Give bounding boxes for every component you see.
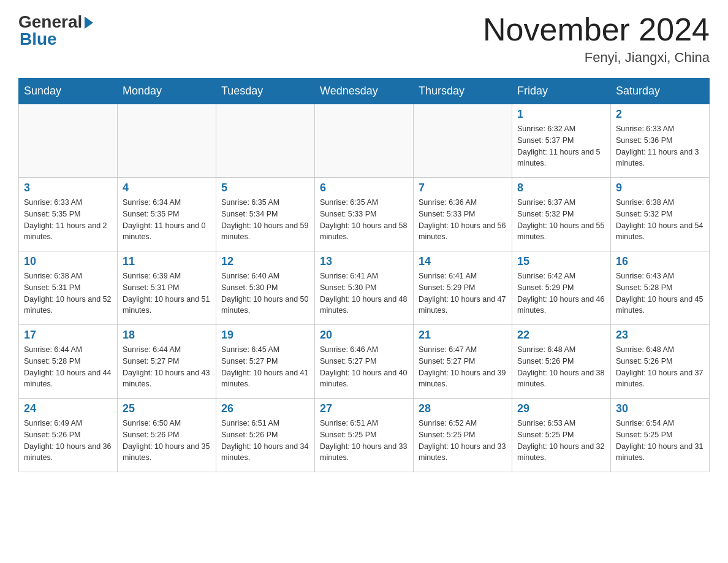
day-info: Sunrise: 6:43 AMSunset: 5:28 PMDaylight:… bbox=[616, 270, 704, 316]
logo-arrow-icon bbox=[85, 17, 93, 29]
calendar-cell: 10Sunrise: 6:38 AMSunset: 5:31 PMDayligh… bbox=[19, 251, 118, 325]
day-info: Sunrise: 6:48 AMSunset: 5:26 PMDaylight:… bbox=[616, 344, 704, 390]
day-info: Sunrise: 6:44 AMSunset: 5:28 PMDaylight:… bbox=[24, 344, 112, 390]
day-number: 18 bbox=[123, 329, 211, 342]
day-info: Sunrise: 6:32 AMSunset: 5:37 PMDaylight:… bbox=[517, 123, 605, 169]
day-info: Sunrise: 6:38 AMSunset: 5:32 PMDaylight:… bbox=[616, 197, 704, 243]
calendar-cell bbox=[216, 104, 315, 178]
day-info: Sunrise: 6:37 AMSunset: 5:32 PMDaylight:… bbox=[517, 197, 605, 243]
location: Fenyi, Jiangxi, China bbox=[483, 50, 710, 66]
day-info: Sunrise: 6:45 AMSunset: 5:27 PMDaylight:… bbox=[221, 344, 309, 390]
day-number: 27 bbox=[320, 402, 408, 415]
day-info: Sunrise: 6:38 AMSunset: 5:31 PMDaylight:… bbox=[24, 270, 112, 316]
calendar-cell: 12Sunrise: 6:40 AMSunset: 5:30 PMDayligh… bbox=[216, 251, 315, 325]
day-info: Sunrise: 6:36 AMSunset: 5:33 PMDaylight:… bbox=[419, 197, 507, 243]
day-info: Sunrise: 6:39 AMSunset: 5:31 PMDaylight:… bbox=[123, 270, 211, 316]
calendar-cell: 22Sunrise: 6:48 AMSunset: 5:26 PMDayligh… bbox=[512, 325, 611, 399]
day-info: Sunrise: 6:44 AMSunset: 5:27 PMDaylight:… bbox=[123, 344, 211, 390]
weekday-header-saturday: Saturday bbox=[611, 79, 710, 104]
week-row-1: 1Sunrise: 6:32 AMSunset: 5:37 PMDaylight… bbox=[19, 104, 710, 178]
day-number: 28 bbox=[419, 402, 507, 415]
calendar-cell: 8Sunrise: 6:37 AMSunset: 5:32 PMDaylight… bbox=[512, 178, 611, 251]
weekday-header-tuesday: Tuesday bbox=[216, 79, 315, 104]
logo-blue-text: Blue bbox=[20, 29, 57, 49]
day-info: Sunrise: 6:47 AMSunset: 5:27 PMDaylight:… bbox=[419, 344, 507, 390]
day-info: Sunrise: 6:52 AMSunset: 5:25 PMDaylight:… bbox=[419, 418, 507, 464]
weekday-header-wednesday: Wednesday bbox=[315, 79, 414, 104]
day-number: 25 bbox=[123, 402, 211, 415]
calendar-cell: 1Sunrise: 6:32 AMSunset: 5:37 PMDaylight… bbox=[512, 104, 611, 178]
day-info: Sunrise: 6:46 AMSunset: 5:27 PMDaylight:… bbox=[320, 344, 408, 390]
calendar-cell bbox=[19, 104, 118, 178]
header: General Blue November 2024 Fenyi, Jiangx… bbox=[18, 12, 710, 66]
calendar-cell: 21Sunrise: 6:47 AMSunset: 5:27 PMDayligh… bbox=[414, 325, 512, 399]
day-number: 26 bbox=[221, 402, 309, 415]
day-number: 7 bbox=[419, 182, 507, 194]
calendar-cell: 26Sunrise: 6:51 AMSunset: 5:26 PMDayligh… bbox=[216, 399, 315, 472]
calendar-cell: 7Sunrise: 6:36 AMSunset: 5:33 PMDaylight… bbox=[414, 178, 512, 251]
day-info: Sunrise: 6:33 AMSunset: 5:35 PMDaylight:… bbox=[24, 197, 112, 243]
calendar-cell: 9Sunrise: 6:38 AMSunset: 5:32 PMDaylight… bbox=[611, 178, 710, 251]
logo: General Blue bbox=[18, 12, 93, 49]
calendar-cell: 17Sunrise: 6:44 AMSunset: 5:28 PMDayligh… bbox=[19, 325, 118, 399]
calendar-cell: 5Sunrise: 6:35 AMSunset: 5:34 PMDaylight… bbox=[216, 178, 315, 251]
day-number: 1 bbox=[517, 108, 605, 121]
day-info: Sunrise: 6:34 AMSunset: 5:35 PMDaylight:… bbox=[123, 197, 211, 243]
day-number: 3 bbox=[24, 182, 112, 194]
month-title: November 2024 bbox=[483, 12, 710, 47]
calendar-cell: 20Sunrise: 6:46 AMSunset: 5:27 PMDayligh… bbox=[315, 325, 414, 399]
weekday-header-row: SundayMondayTuesdayWednesdayThursdayFrid… bbox=[19, 79, 710, 104]
day-number: 19 bbox=[221, 329, 309, 342]
day-number: 23 bbox=[616, 329, 704, 342]
day-info: Sunrise: 6:42 AMSunset: 5:29 PMDaylight:… bbox=[517, 270, 605, 316]
calendar-cell: 25Sunrise: 6:50 AMSunset: 5:26 PMDayligh… bbox=[118, 399, 216, 472]
day-info: Sunrise: 6:53 AMSunset: 5:25 PMDaylight:… bbox=[517, 418, 605, 464]
day-info: Sunrise: 6:51 AMSunset: 5:26 PMDaylight:… bbox=[221, 418, 309, 464]
day-info: Sunrise: 6:33 AMSunset: 5:36 PMDaylight:… bbox=[616, 123, 704, 169]
day-info: Sunrise: 6:51 AMSunset: 5:25 PMDaylight:… bbox=[320, 418, 408, 464]
title-area: November 2024 Fenyi, Jiangxi, China bbox=[483, 12, 710, 66]
calendar-cell bbox=[414, 104, 512, 178]
day-info: Sunrise: 6:40 AMSunset: 5:30 PMDaylight:… bbox=[221, 270, 309, 316]
weekday-header-thursday: Thursday bbox=[414, 79, 512, 104]
day-number: 11 bbox=[123, 255, 211, 268]
day-info: Sunrise: 6:50 AMSunset: 5:26 PMDaylight:… bbox=[123, 418, 211, 464]
calendar-cell: 23Sunrise: 6:48 AMSunset: 5:26 PMDayligh… bbox=[611, 325, 710, 399]
calendar-cell: 15Sunrise: 6:42 AMSunset: 5:29 PMDayligh… bbox=[512, 251, 611, 325]
day-number: 6 bbox=[320, 182, 408, 194]
calendar-cell: 19Sunrise: 6:45 AMSunset: 5:27 PMDayligh… bbox=[216, 325, 315, 399]
day-number: 9 bbox=[616, 182, 704, 194]
day-number: 10 bbox=[24, 255, 112, 268]
calendar-cell: 28Sunrise: 6:52 AMSunset: 5:25 PMDayligh… bbox=[414, 399, 512, 472]
day-info: Sunrise: 6:41 AMSunset: 5:30 PMDaylight:… bbox=[320, 270, 408, 316]
day-number: 22 bbox=[517, 329, 605, 342]
day-number: 14 bbox=[419, 255, 507, 268]
calendar-cell: 2Sunrise: 6:33 AMSunset: 5:36 PMDaylight… bbox=[611, 104, 710, 178]
day-number: 20 bbox=[320, 329, 408, 342]
calendar-cell: 3Sunrise: 6:33 AMSunset: 5:35 PMDaylight… bbox=[19, 178, 118, 251]
calendar-cell: 4Sunrise: 6:34 AMSunset: 5:35 PMDaylight… bbox=[118, 178, 216, 251]
day-number: 4 bbox=[123, 182, 211, 194]
calendar-cell: 30Sunrise: 6:54 AMSunset: 5:25 PMDayligh… bbox=[611, 399, 710, 472]
day-number: 16 bbox=[616, 255, 704, 268]
week-row-2: 3Sunrise: 6:33 AMSunset: 5:35 PMDaylight… bbox=[19, 178, 710, 251]
calendar: SundayMondayTuesdayWednesdayThursdayFrid… bbox=[18, 78, 710, 472]
day-number: 2 bbox=[616, 108, 704, 121]
week-row-3: 10Sunrise: 6:38 AMSunset: 5:31 PMDayligh… bbox=[19, 251, 710, 325]
calendar-cell: 14Sunrise: 6:41 AMSunset: 5:29 PMDayligh… bbox=[414, 251, 512, 325]
day-number: 17 bbox=[24, 329, 112, 342]
day-number: 30 bbox=[616, 402, 704, 415]
calendar-cell bbox=[315, 104, 414, 178]
calendar-cell: 6Sunrise: 6:35 AMSunset: 5:33 PMDaylight… bbox=[315, 178, 414, 251]
calendar-cell: 27Sunrise: 6:51 AMSunset: 5:25 PMDayligh… bbox=[315, 399, 414, 472]
calendar-cell: 11Sunrise: 6:39 AMSunset: 5:31 PMDayligh… bbox=[118, 251, 216, 325]
weekday-header-sunday: Sunday bbox=[19, 79, 118, 104]
day-number: 8 bbox=[517, 182, 605, 194]
calendar-cell: 13Sunrise: 6:41 AMSunset: 5:30 PMDayligh… bbox=[315, 251, 414, 325]
day-info: Sunrise: 6:48 AMSunset: 5:26 PMDaylight:… bbox=[517, 344, 605, 390]
calendar-cell: 18Sunrise: 6:44 AMSunset: 5:27 PMDayligh… bbox=[118, 325, 216, 399]
weekday-header-monday: Monday bbox=[118, 79, 216, 104]
day-info: Sunrise: 6:41 AMSunset: 5:29 PMDaylight:… bbox=[419, 270, 507, 316]
day-number: 15 bbox=[517, 255, 605, 268]
day-number: 21 bbox=[419, 329, 507, 342]
